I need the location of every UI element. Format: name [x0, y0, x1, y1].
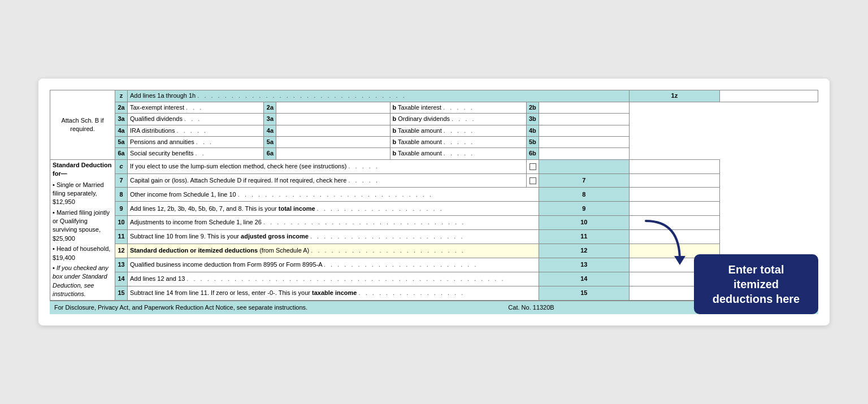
line-ref-13: 13: [539, 258, 629, 272]
line-14-label: Add lines 12 and 13 . . . . . . . . . . …: [128, 272, 539, 286]
line-9-num: 9: [115, 202, 128, 216]
line-ref-2b: 2b: [526, 102, 539, 113]
line-12-label: Standard deduction or itemized deduction…: [128, 244, 539, 258]
line-3b-b-label: b Ordinary dividends . . . .: [390, 114, 526, 125]
line-14-num: 14: [115, 272, 128, 286]
line-3a-label: Qualified dividends . . .: [128, 114, 264, 125]
value-2b[interactable]: [539, 102, 629, 113]
line-c-num: c: [115, 159, 128, 173]
line-ref-9: 9: [539, 202, 629, 216]
line-7-num: 7: [115, 173, 128, 188]
line-2a-num: 2a: [115, 102, 128, 113]
input-ref-5a: 5a: [264, 136, 276, 147]
line-7-checkbox[interactable]: [530, 177, 536, 184]
line-8-num: 8: [115, 188, 128, 202]
sidebar-item-checked-box: • If you checked any box under Standard …: [53, 264, 112, 299]
line-8-label: Other income from Schedule 1, line 10 . …: [128, 188, 539, 202]
attach-sch-b: Attach Sch. B if required.: [50, 90, 115, 159]
cat-no: Cat. No. 11320B: [508, 304, 554, 311]
line-ref-12: 12: [539, 244, 629, 258]
line-ref-c: [539, 159, 629, 173]
input-ref-4a: 4a: [264, 125, 276, 136]
input-4a[interactable]: [276, 125, 390, 136]
line-ref-14: 14: [539, 272, 629, 286]
line-ref-15: 15: [539, 286, 629, 300]
line-11-row: 11 Subtract line 10 from line 9. This is…: [50, 230, 818, 244]
line-ref-1z: 1z: [629, 90, 719, 102]
sidebar-item-married-jointly: • Married filing jointly or Qualifying s…: [53, 208, 112, 244]
line-10-num: 10: [115, 216, 128, 230]
value-7[interactable]: [629, 173, 719, 188]
form-wrapper: Attach Sch. B if required. z Add lines 1…: [38, 79, 830, 325]
input-6a[interactable]: [276, 148, 390, 159]
line-7-row: 7 Capital gain or (loss). Attach Schedul…: [50, 173, 818, 188]
line-3a-num: 3a: [115, 114, 128, 125]
line-7-checkbox-cell[interactable]: [526, 173, 539, 188]
line-5b-b-label: b Taxable amount . . . . .: [390, 136, 526, 147]
value-1z[interactable]: [719, 90, 818, 102]
line-5-row: 5a Pensions and annuities . . . 5a b Tax…: [50, 136, 818, 147]
line-6b-b-label: b Taxable amount . . . . .: [390, 148, 526, 159]
line-10-label: Adjustments to income from Schedule 1, l…: [128, 216, 539, 230]
line-15-num: 15: [115, 286, 128, 300]
line-10-row: 10 Adjustments to income from Schedule 1…: [50, 216, 818, 230]
sidebar-item-head-household: • Head of household, $19,400: [53, 245, 112, 262]
value-8[interactable]: [629, 188, 719, 202]
line-9-label: Add lines 1z, 2b, 3b, 4b, 5b, 6b, 7, and…: [128, 202, 539, 216]
line-c-checkbox[interactable]: [530, 163, 536, 170]
callout-text: Enter total itemized deductions here: [713, 263, 800, 305]
value-5b[interactable]: [539, 136, 629, 147]
line-z-num: z: [115, 90, 128, 102]
value-6b[interactable]: [539, 148, 629, 159]
line-15-label: Subtract line 14 from line 11. If zero o…: [128, 286, 539, 300]
value-c: [629, 159, 719, 173]
line-13-num: 13: [115, 258, 128, 272]
line-ref-4b: 4b: [526, 125, 539, 136]
line-ref-10: 10: [539, 216, 629, 230]
line-6a-label: Social security benefits . .: [128, 148, 264, 159]
line-12-num: 12: [115, 244, 128, 258]
line-4a-num: 4a: [115, 125, 128, 136]
line-2-row: 2a Tax-exempt interest . . . 2a b Taxabl…: [50, 102, 818, 113]
line-9-row: 9 Add lines 1z, 2b, 3b, 4b, 5b, 6b, 7, a…: [50, 202, 818, 216]
input-2a[interactable]: [276, 102, 390, 113]
value-3b[interactable]: [539, 114, 629, 125]
value-9[interactable]: [629, 202, 719, 216]
input-3a[interactable]: [276, 114, 390, 125]
line-5a-label: Pensions and annuities . . .: [128, 136, 264, 147]
line-ref-8: 8: [539, 188, 629, 202]
line-ref-11: 11: [539, 230, 629, 244]
line-z-row: Attach Sch. B if required. z Add lines 1…: [50, 90, 818, 102]
itemized-deductions-callout: Enter total itemized deductions here: [694, 254, 818, 314]
sidebar-item-single: • Single or Married filing separately, $…: [53, 181, 112, 207]
input-ref-2a: 2a: [264, 102, 276, 113]
footer-notice: For Disclosure, Privacy Act, and Paperwo…: [54, 304, 307, 311]
line-4-row: 4a IRA distributions . . . . . 4a b Taxa…: [50, 125, 818, 136]
line-6a-num: 6a: [115, 148, 128, 159]
line-5a-num: 5a: [115, 136, 128, 147]
input-5a[interactable]: [276, 136, 390, 147]
line-z-label: Add lines 1a through 1h . . . . . . . . …: [128, 90, 630, 102]
line-ref-6b: 6b: [526, 148, 539, 159]
line-13-label: Qualified business income deduction from…: [128, 258, 539, 272]
line-c-row: Standard Deduction for— • Single or Marr…: [50, 159, 818, 173]
line-11-label: Subtract line 10 from line 9. This is yo…: [128, 230, 539, 244]
line-8-row: 8 Other income from Schedule 1, line 10 …: [50, 188, 818, 202]
line-11-num: 11: [115, 230, 128, 244]
standard-deduction-title: Standard Deduction for—: [53, 161, 112, 179]
input-ref-3a: 3a: [264, 114, 276, 125]
line-4a-label: IRA distributions . . . . .: [128, 125, 264, 136]
svg-marker-0: [674, 256, 685, 265]
line-7-label: Capital gain or (loss). Attach Schedule …: [128, 173, 527, 188]
line-2b-b-label: b Taxable interest . . . . .: [390, 102, 526, 113]
value-4b[interactable]: [539, 125, 629, 136]
input-ref-6a: 6a: [264, 148, 276, 159]
line-ref-5b: 5b: [526, 136, 539, 147]
curved-arrow-icon: [640, 215, 685, 272]
line-ref-7: 7: [539, 173, 629, 188]
line-4b-b-label: b Taxable amount . . . . .: [390, 125, 526, 136]
line-c-checkbox-cell[interactable]: [526, 159, 539, 173]
line-ref-3b: 3b: [526, 114, 539, 125]
standard-deduction-sidebar: Standard Deduction for— • Single or Marr…: [50, 159, 115, 300]
line-3-row: 3a Qualified dividends . . . 3a b Ordina…: [50, 114, 818, 125]
